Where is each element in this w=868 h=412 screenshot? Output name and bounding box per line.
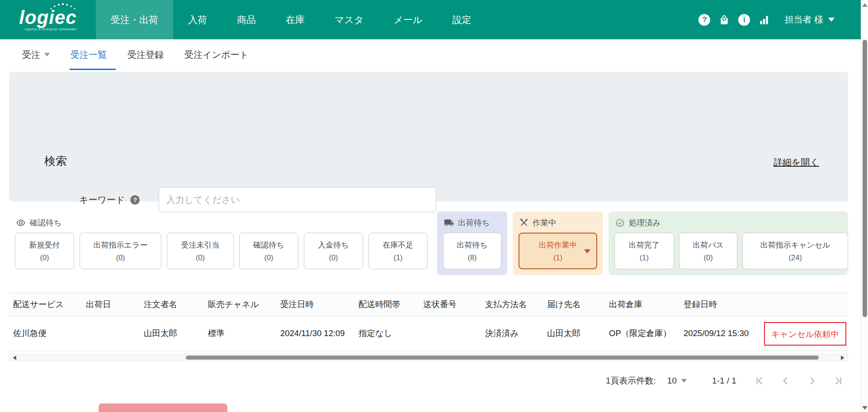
tab-order-list[interactable]: 受注一覧 <box>71 39 107 70</box>
page-range: 1-1 / 1 <box>712 376 736 386</box>
vertical-scroll-thumb[interactable] <box>863 40 867 317</box>
status-card-stock-shortage[interactable]: 在庫不足 (1) <box>368 233 428 269</box>
logo-text: logiec <box>19 8 76 27</box>
status-card-shipping-instruction-error[interactable]: 出荷指示エラー (0) <box>80 233 161 269</box>
nav-item-master[interactable]: マスタ <box>320 0 378 39</box>
vertical-scrollbar[interactable] <box>861 0 868 412</box>
column-header: 出荷日 <box>86 293 111 316</box>
status-card-shipping-completed[interactable]: 出荷完了 (1) <box>614 233 674 269</box>
column-header: 配送時間帯 <box>359 293 401 316</box>
table-row[interactable]: 佐川急便 山田太郎 標準 2024/11/30 12:09 指定なし 決済済み … <box>9 317 848 351</box>
cell-delivery-service: 佐川急便 <box>13 317 47 350</box>
column-header: 注文者名 <box>144 293 177 316</box>
status-group-label: 処理済み <box>629 217 660 228</box>
status-group-working: 作業中 出荷作業中 (1) <box>513 211 603 275</box>
caret-down-icon <box>681 379 687 383</box>
status-card-shipping-waiting[interactable]: 出荷待ち (8) <box>443 233 501 269</box>
status-group-confirmation-waiting: 確認待ち 新規受付 (0) 出荷指示エラー (0) 受注未引当 (0) 確認待ち… <box>9 211 432 275</box>
hscroll-left-icon[interactable] <box>13 356 16 360</box>
status-card-shipping-pass[interactable]: 出荷パス (0) <box>679 233 738 269</box>
per-page-value: 10 <box>667 376 677 386</box>
truck-icon <box>444 218 454 228</box>
status-card-shipping-instruction-cancelled[interactable]: 出荷指示キャンセル (24) <box>742 233 848 269</box>
per-page-select[interactable]: 10 <box>667 376 687 386</box>
shopping-bag-icon[interactable] <box>718 14 730 26</box>
nav-item-mail[interactable]: メール <box>378 0 437 39</box>
nav-item-products[interactable]: 商品 <box>222 0 271 39</box>
status-badge-cancel-requested: キャンセル依頼中 <box>764 322 846 346</box>
navbar: logiec logistics & enterprise commander … <box>0 0 861 39</box>
check-circle-icon <box>615 218 625 228</box>
status-card-confirmation-waiting[interactable]: 確認待ち (0) <box>239 233 298 269</box>
prev-page-icon <box>781 376 791 386</box>
column-header: 出荷倉庫 <box>609 293 642 316</box>
logo[interactable]: logiec logistics & enterprise commander <box>0 0 96 39</box>
prev-page-button[interactable] <box>781 376 791 386</box>
tab-dropdown-orders[interactable]: 受注 <box>22 39 50 70</box>
cell-sales-channel: 標準 <box>208 317 225 350</box>
caret-down-icon <box>44 53 50 56</box>
last-page-icon <box>833 376 843 386</box>
cell-warehouse: OP（限定倉庫） <box>609 317 671 350</box>
column-header: 登録日時 <box>684 293 717 316</box>
status-group-label: 出荷待ち <box>458 217 490 228</box>
logo-tagline: logistics & enterprise commander <box>19 28 76 31</box>
eye-icon <box>16 219 26 227</box>
tab-order-import[interactable]: 受注インポート <box>184 39 249 70</box>
next-page-icon <box>807 376 817 386</box>
scroll-down-icon[interactable] <box>862 406 868 410</box>
pink-button[interactable] <box>99 403 227 412</box>
first-page-button[interactable] <box>755 376 764 386</box>
column-header: 販売チャネル <box>208 293 259 316</box>
status-card-payment-waiting[interactable]: 入金待ち (0) <box>304 233 363 269</box>
search-title: 検索 <box>44 154 67 169</box>
status-group-label: 確認待ち <box>30 217 61 228</box>
page: logiec logistics & enterprise commander … <box>0 0 868 412</box>
first-page-icon <box>755 376 764 386</box>
status-section: 確認待ち 新規受付 (0) 出荷指示エラー (0) 受注未引当 (0) 確認待ち… <box>9 211 848 275</box>
cell-recipient-name: 山田太郎 <box>547 317 580 350</box>
horizontal-scrollbar[interactable] <box>9 354 848 361</box>
nav-item-receiving[interactable]: 入荷 <box>173 0 222 39</box>
nav-item-inventory[interactable]: 在庫 <box>271 0 320 39</box>
scroll-up-icon[interactable] <box>862 3 868 7</box>
status-card-shipping-in-progress[interactable]: 出荷作業中 (1) <box>519 233 597 269</box>
status-card-unallocated[interactable]: 受注未引当 (0) <box>167 233 234 269</box>
column-header: 受注日時 <box>280 293 314 316</box>
tab-order-register[interactable]: 受注登録 <box>127 39 164 70</box>
keyword-input[interactable] <box>159 187 436 212</box>
tools-icon <box>519 218 528 227</box>
status-group-processed: 処理済み 出荷完了 (1) 出荷パス (0) 出荷指示キャンセル (24) <box>609 211 848 275</box>
status-card-new-accepted[interactable]: 新規受付 (0) <box>15 233 74 269</box>
search-panel: 検索 詳細を開く キーワード ? クリア 検索 <box>9 72 848 201</box>
caret-down-icon <box>828 18 835 22</box>
cell-payment-method: 決済済み <box>485 317 519 350</box>
cell-orderer-name: 山田太郎 <box>144 317 177 350</box>
user-name: 担当者 様 <box>784 14 823 26</box>
column-header: 配送サービス <box>13 293 64 316</box>
cell-order-datetime: 2024/11/30 12:09 <box>280 317 345 350</box>
cell-delivery-window: 指定なし <box>359 317 392 350</box>
help-icon[interactable]: ? <box>698 14 710 26</box>
hscroll-thumb[interactable] <box>186 356 819 360</box>
keyword-help-icon[interactable]: ? <box>130 195 140 205</box>
caret-down-icon <box>584 249 590 253</box>
hscroll-right-icon[interactable] <box>841 356 844 360</box>
nav-item-orders-shipping[interactable]: 受注・出荷 <box>96 0 173 39</box>
last-page-button[interactable] <box>833 376 843 386</box>
next-page-button[interactable] <box>807 376 817 386</box>
cell-registered-datetime: 2025/09/12 15:30 <box>684 317 749 350</box>
column-header: 送状番号 <box>423 293 457 316</box>
status-group-shipping-waiting: 出荷待ち 出荷待ち (8) <box>437 211 507 275</box>
nav-item-settings[interactable]: 設定 <box>437 0 486 39</box>
per-page-label: 1頁表示件数: <box>606 375 656 387</box>
user-menu[interactable]: 担当者 様 <box>784 14 835 26</box>
logo-sparkles-icon <box>49 3 77 10</box>
status-group-label: 作業中 <box>533 217 557 228</box>
keyword-label: キーワード <box>79 194 125 206</box>
info-icon[interactable]: i <box>738 14 750 26</box>
tab-bar: 受注 受注一覧 受注登録 受注インポート <box>0 39 861 70</box>
open-details-link[interactable]: 詳細を開く <box>774 156 819 169</box>
orders-table-header: 配送サービス 出荷日 注文者名 販売チャネル 受注日時 配送時間帯 送状番号 支… <box>9 293 848 316</box>
bar-chart-icon[interactable] <box>758 14 770 26</box>
